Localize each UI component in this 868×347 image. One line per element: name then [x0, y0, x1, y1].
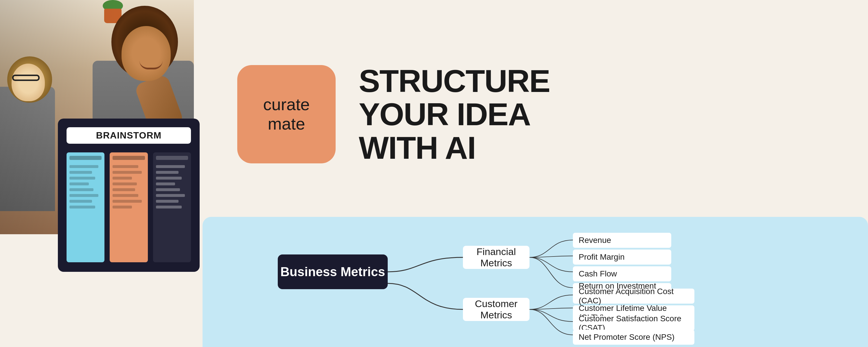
node-financial-metrics: Financial Metrics: [463, 246, 529, 269]
mindmap-section: Business Metrics Financial Metrics Custo…: [203, 217, 868, 347]
brainstorm-label: BRAINSTORM: [66, 127, 191, 144]
revenue-label: Revenue: [579, 236, 611, 245]
col-header-2: [113, 156, 145, 160]
mindmap-inner: Business Metrics Financial Metrics Custo…: [203, 217, 868, 347]
brainstorm-col-orange: [110, 152, 148, 262]
tagline-line2: YOUR IDEA: [359, 97, 550, 131]
brand-section: curatemate STRUCTURE YOUR IDEA WITH AI: [203, 0, 868, 228]
customer-metrics-label: Customer Metrics: [463, 298, 529, 321]
brainstorm-col-dark: [153, 152, 191, 262]
tagline: STRUCTURE YOUR IDEA WITH AI: [359, 64, 550, 164]
node-profit-margin: Profit Margin: [573, 250, 671, 264]
cac-label: Customer Acquisition Cost (CAC): [579, 287, 689, 305]
tagline-line3: WITH AI: [359, 131, 550, 164]
person-right-face: [122, 26, 171, 81]
col-header-3: [156, 156, 188, 160]
brainstorm-col-blue: [66, 152, 104, 262]
person-left-glasses: [12, 74, 40, 81]
financial-metrics-label: Financial Metrics: [463, 246, 529, 269]
node-cash-flow: Cash Flow: [573, 266, 671, 281]
brainstorm-card: BRAINSTORM: [58, 119, 199, 272]
node-csat: Customer Satisfaction Score (CSAT): [573, 316, 694, 331]
person-left-body: [0, 87, 55, 211]
node-business-metrics: Business Metrics: [278, 254, 388, 289]
node-revenue: Revenue: [573, 233, 671, 248]
tagline-line1: STRUCTURE: [359, 64, 550, 98]
node-nps: Net Promoter Score (NPS): [573, 329, 694, 345]
brainstorm-columns: [66, 152, 191, 262]
node-cac: Customer Acquisition Cost (CAC): [573, 289, 694, 304]
node-central-text: Business Metrics: [280, 264, 385, 280]
logo-text: curatemate: [263, 95, 310, 133]
col-header-1: [69, 156, 101, 160]
node-customer-metrics: Customer Metrics: [463, 298, 529, 321]
person-left-head: [11, 64, 45, 101]
profit-margin-label: Profit Margin: [579, 252, 625, 262]
logo-block: curatemate: [237, 65, 336, 163]
cash-flow-label: Cash Flow: [579, 269, 617, 279]
nps-label: Net Promoter Score (NPS): [579, 333, 675, 342]
